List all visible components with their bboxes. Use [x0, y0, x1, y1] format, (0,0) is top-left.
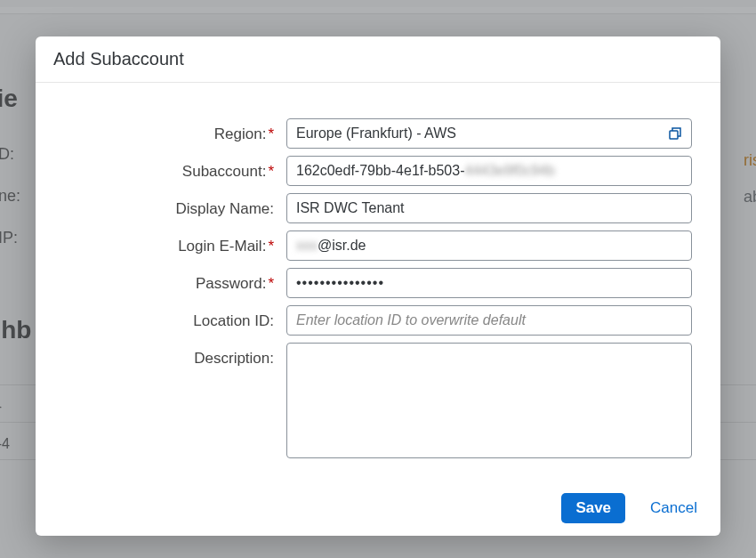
region-select[interactable]: Europe (Frankfurt) - AWS [286, 118, 692, 149]
subaccount-input[interactable]: 162c0edf-79bb-4e1f-b503-4443e9f0c94b [286, 156, 692, 186]
description-textarea[interactable] [286, 343, 692, 458]
password-input[interactable] [286, 268, 692, 298]
field-password: Password:* [64, 268, 692, 298]
label-region: Region:* [64, 118, 286, 143]
region-value: Europe (Frankfurt) - AWS [287, 119, 666, 148]
label-description: Description: [64, 343, 286, 368]
location-id-input[interactable] [286, 305, 692, 336]
field-description: Description: [64, 343, 692, 461]
label-display-name: Display Name: [64, 193, 286, 218]
subaccount-blur: 4443e9f0c94b [464, 163, 554, 179]
label-password: Password:* [64, 268, 286, 293]
label-location-id: Location ID: [64, 305, 286, 330]
svg-rect-0 [670, 131, 678, 139]
display-name-input[interactable] [286, 193, 692, 223]
cancel-button[interactable]: Cancel [645, 493, 703, 523]
login-email-input[interactable]: xxx@isr.de [286, 230, 692, 261]
save-button[interactable]: Save [561, 493, 625, 523]
email-blur: xxx [296, 238, 318, 254]
subaccount-prefix: 162c0edf-79bb-4e1f-b503- [296, 163, 464, 179]
field-subaccount: Subaccount:* 162c0edf-79bb-4e1f-b503-444… [64, 156, 692, 186]
field-region: Region:* Europe (Frankfurt) - AWS [64, 118, 692, 149]
dialog-title: Add Subaccount [36, 36, 720, 83]
field-display-name: Display Name: [64, 193, 692, 223]
dialog-footer: Save Cancel [36, 484, 720, 536]
email-suffix: @isr.de [318, 238, 366, 254]
add-subaccount-dialog: Add Subaccount Region:* Europe (Frankfur… [36, 36, 720, 536]
dialog-body: Region:* Europe (Frankfurt) - AWS Subacc… [36, 83, 720, 484]
label-login-email: Login E-Mail:* [64, 230, 286, 255]
field-location-id: Location ID: [64, 305, 692, 336]
popup-icon[interactable] [666, 125, 684, 142]
field-login-email: Login E-Mail:* xxx@isr.de [64, 230, 692, 261]
label-subaccount: Subaccount:* [64, 156, 286, 181]
